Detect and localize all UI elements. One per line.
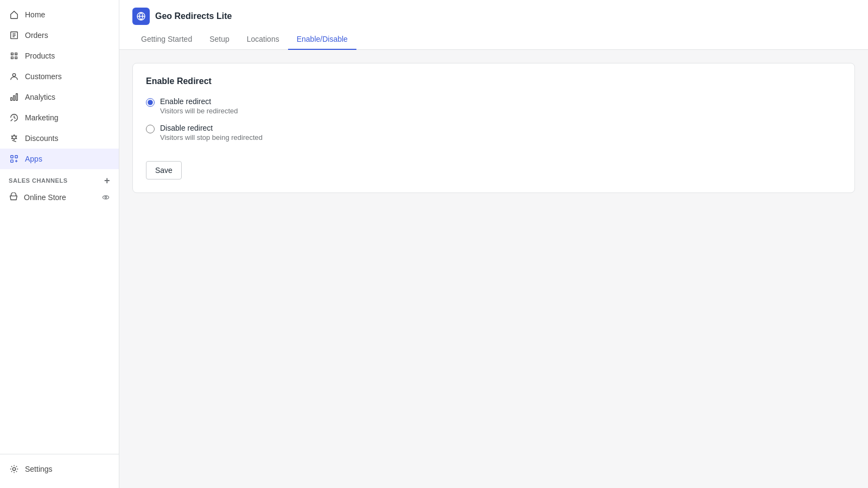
online-store-eye-icon (101, 193, 110, 202)
sidebar-item-home[interactable]: Home (0, 4, 119, 25)
svg-point-1 (12, 74, 15, 76)
home-icon (9, 9, 20, 20)
settings-icon (9, 464, 20, 474)
tab-setup[interactable]: Setup (201, 29, 238, 50)
tabs: Getting Started Setup Locations Enable/D… (132, 29, 855, 49)
disable-redirect-label[interactable]: Disable redirect (160, 124, 213, 132)
apps-icon (9, 153, 20, 164)
sidebar-item-customers[interactable]: Customers (0, 66, 119, 87)
sidebar-item-online-store[interactable]: Online Store (0, 188, 119, 207)
analytics-icon (9, 92, 20, 102)
sidebar-item-settings[interactable]: Settings (0, 459, 119, 479)
tab-enable-disable[interactable]: Enable/Disable (288, 29, 356, 50)
app-header: Geo Redirects Lite Getting Started Setup… (119, 0, 868, 50)
enable-redirect-description: Visitors will be redirected (160, 107, 238, 115)
enable-redirect-option: Enable redirect Visitors will be redirec… (146, 97, 841, 115)
enable-redirect-card: Enable Redirect Enable redirect Visitors… (132, 63, 855, 193)
tab-locations[interactable]: Locations (238, 29, 288, 50)
svg-point-11 (12, 467, 15, 470)
enable-redirect-label[interactable]: Enable redirect (160, 97, 211, 106)
sales-channels-label: SALES CHANNELS (9, 177, 68, 184)
svg-rect-4 (16, 94, 18, 101)
online-store-icon (9, 192, 18, 202)
content-area: Enable Redirect Enable redirect Visitors… (119, 50, 868, 488)
save-button[interactable]: Save (146, 161, 182, 179)
sidebar-label-analytics: Analytics (25, 93, 55, 101)
sidebar-label-settings: Settings (25, 465, 53, 473)
sidebar-label-apps: Apps (25, 155, 42, 163)
sidebar-item-analytics[interactable]: Analytics (0, 87, 119, 107)
add-sales-channel-button[interactable]: + (104, 176, 110, 185)
disable-redirect-radio[interactable] (146, 125, 155, 133)
discounts-icon (9, 133, 20, 144)
online-store-label: Online Store (24, 193, 66, 202)
sidebar-label-marketing: Marketing (25, 113, 58, 122)
customers-icon (9, 71, 20, 82)
enable-redirect-radio[interactable] (146, 98, 155, 107)
sidebar-label-customers: Customers (25, 72, 62, 81)
app-title: Geo Redirects Lite (155, 11, 232, 21)
sidebar-item-apps[interactable]: Apps (0, 149, 119, 169)
sidebar-item-discounts[interactable]: Discounts (0, 128, 119, 149)
tab-getting-started[interactable]: Getting Started (132, 29, 201, 50)
sales-channels-section: SALES CHANNELS + (0, 169, 119, 188)
svg-point-9 (103, 196, 108, 199)
marketing-icon (9, 112, 20, 123)
products-icon (9, 50, 20, 61)
svg-rect-2 (11, 98, 12, 100)
svg-point-10 (105, 196, 106, 198)
sidebar-item-orders[interactable]: Orders (0, 25, 119, 46)
sidebar: Home Orders Products (0, 0, 119, 488)
sidebar-label-home: Home (25, 10, 45, 19)
svg-rect-3 (14, 95, 15, 100)
svg-rect-8 (11, 160, 14, 163)
sidebar-label-orders: Orders (25, 31, 48, 40)
svg-rect-6 (11, 156, 14, 158)
svg-rect-7 (15, 156, 18, 158)
sidebar-label-discounts: Discounts (25, 134, 58, 143)
sidebar-label-products: Products (25, 52, 55, 60)
card-title: Enable Redirect (146, 76, 841, 86)
app-icon (132, 8, 150, 25)
sidebar-item-marketing[interactable]: Marketing (0, 107, 119, 128)
sidebar-item-products[interactable]: Products (0, 46, 119, 66)
main-content: Geo Redirects Lite Getting Started Setup… (119, 0, 868, 488)
orders-icon (9, 30, 20, 41)
disable-redirect-description: Visitors will stop being redirected (160, 133, 263, 142)
disable-redirect-option: Disable redirect Visitors will stop bein… (146, 124, 841, 142)
